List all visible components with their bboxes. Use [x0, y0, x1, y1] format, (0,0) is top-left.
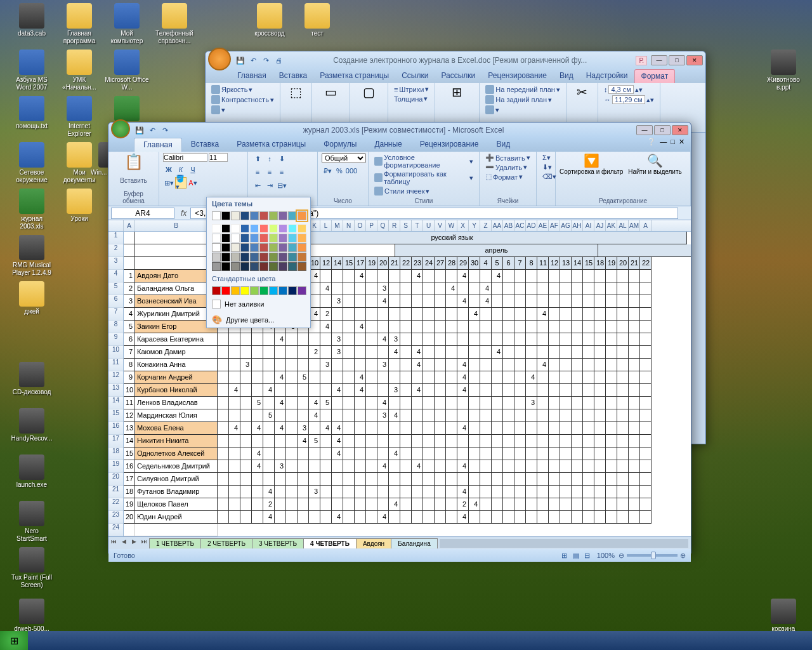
- cell[interactable]: [298, 346, 309, 359]
- cell[interactable]: [252, 359, 263, 371]
- cell[interactable]: [252, 346, 263, 359]
- color-swatch[interactable]: [278, 234, 287, 242]
- cell[interactable]: 2: [457, 498, 469, 511]
- cell[interactable]: [640, 270, 652, 282]
- cell[interactable]: 11: [124, 397, 135, 409]
- cell[interactable]: [343, 295, 355, 308]
- cell[interactable]: 28: [446, 257, 457, 270]
- close-button[interactable]: ✕: [686, 55, 703, 65]
- cell[interactable]: [275, 384, 286, 397]
- ribbon-tab[interactable]: Рассылки: [435, 69, 481, 83]
- color-swatch[interactable]: [278, 286, 287, 295]
- cell[interactable]: 4: [263, 511, 275, 524]
- cell[interactable]: [457, 333, 469, 346]
- cell[interactable]: [526, 384, 537, 397]
- color-swatch[interactable]: [288, 253, 297, 262]
- cell[interactable]: [124, 524, 135, 536]
- cell[interactable]: [526, 409, 537, 422]
- fx-button[interactable]: fx: [177, 209, 190, 218]
- hscroll[interactable]: [440, 539, 688, 548]
- cell[interactable]: [503, 359, 514, 371]
- cell[interactable]: [572, 371, 583, 384]
- cell[interactable]: [377, 371, 389, 384]
- color-swatch[interactable]: [212, 224, 221, 233]
- minimize-button[interactable]: —: [636, 125, 653, 135]
- cell[interactable]: 4: [537, 359, 549, 371]
- cell[interactable]: [377, 498, 389, 511]
- cell[interactable]: [549, 270, 560, 282]
- cell[interactable]: [423, 460, 435, 473]
- cell[interactable]: [389, 397, 400, 409]
- cell[interactable]: [320, 270, 332, 282]
- cell[interactable]: [446, 511, 457, 524]
- cell[interactable]: [240, 384, 252, 397]
- align-right-button[interactable]: ≡: [276, 166, 287, 178]
- cell[interactable]: [492, 371, 503, 384]
- cell[interactable]: [240, 460, 252, 473]
- cell[interactable]: [457, 346, 469, 359]
- cell[interactable]: [629, 371, 640, 384]
- cell[interactable]: [332, 460, 343, 473]
- start-button[interactable]: ⊞: [0, 631, 28, 650]
- cell[interactable]: [606, 486, 617, 498]
- cell[interactable]: [423, 473, 435, 486]
- cell[interactable]: 4: [412, 270, 423, 282]
- cell[interactable]: [617, 498, 629, 511]
- cell[interactable]: [537, 460, 549, 473]
- color-swatch[interactable]: [269, 211, 278, 220]
- column-header[interactable]: O: [355, 220, 366, 231]
- cell[interactable]: [503, 498, 514, 511]
- cell[interactable]: [412, 295, 423, 308]
- cell[interactable]: 3: [332, 295, 343, 308]
- cell[interactable]: [469, 460, 480, 473]
- cell[interactable]: 17: [355, 257, 366, 270]
- color-swatch[interactable]: [269, 262, 278, 271]
- cell[interactable]: [343, 321, 355, 333]
- cell[interactable]: [366, 409, 377, 422]
- cell[interactable]: [549, 448, 560, 460]
- cell[interactable]: 4: [469, 498, 480, 511]
- cell[interactable]: [423, 422, 435, 435]
- cell[interactable]: [480, 270, 492, 282]
- cell[interactable]: [400, 371, 412, 384]
- cell[interactable]: [400, 308, 412, 321]
- cell[interactable]: [355, 498, 366, 511]
- cell[interactable]: 15: [343, 257, 355, 270]
- cell[interactable]: [526, 448, 537, 460]
- row-header[interactable]: 9: [108, 333, 124, 346]
- cell[interactable]: [572, 422, 583, 435]
- cell[interactable]: [286, 473, 298, 486]
- underline-button[interactable]: Ч: [187, 164, 199, 175]
- cell[interactable]: [229, 460, 240, 473]
- cell[interactable]: [423, 498, 435, 511]
- column-header[interactable]: L: [320, 220, 332, 231]
- cell[interactable]: [400, 409, 412, 422]
- cell[interactable]: [480, 486, 492, 498]
- desktop-icon[interactable]: помощь.txt: [10, 96, 54, 130]
- effects-icon[interactable]: ▭: [316, 84, 346, 100]
- cell[interactable]: [366, 333, 377, 346]
- cell[interactable]: [526, 346, 537, 359]
- cell[interactable]: [537, 346, 549, 359]
- cell[interactable]: [412, 448, 423, 460]
- cell[interactable]: [503, 435, 514, 448]
- cell[interactable]: 4: [412, 460, 423, 473]
- cell[interactable]: [377, 448, 389, 460]
- cell[interactable]: [492, 422, 503, 435]
- cell[interactable]: [286, 498, 298, 511]
- cell[interactable]: [435, 282, 446, 295]
- cell[interactable]: Футанов Владимир: [135, 486, 218, 498]
- column-header[interactable]: AH: [572, 220, 583, 231]
- cell[interactable]: 4: [457, 511, 469, 524]
- cell[interactable]: [629, 270, 640, 282]
- cell[interactable]: [218, 397, 229, 409]
- cell[interactable]: [457, 308, 469, 321]
- cell[interactable]: [480, 321, 492, 333]
- cell[interactable]: [629, 486, 640, 498]
- width-input[interactable]: ↔ 11,29 см ▴▾: [602, 95, 656, 105]
- cell[interactable]: [594, 359, 606, 371]
- cell[interactable]: [320, 498, 332, 511]
- cell[interactable]: [400, 511, 412, 524]
- cell[interactable]: [629, 346, 640, 359]
- cell[interactable]: [526, 295, 537, 308]
